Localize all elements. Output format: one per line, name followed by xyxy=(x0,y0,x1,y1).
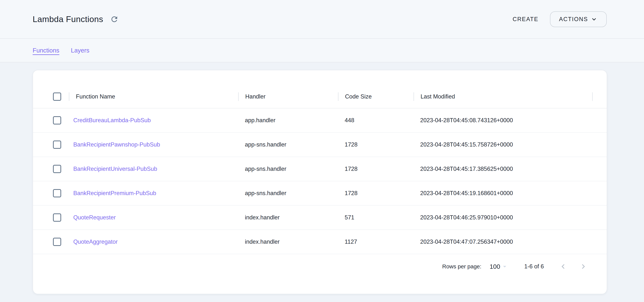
tab-functions[interactable]: Functions xyxy=(33,47,59,54)
lambda-functions-page: Lambda Functions CREATE ACTIONS xyxy=(0,0,644,294)
function-name-cell: BankRecipientPawnshop-PubSub xyxy=(69,133,238,157)
row-select-cell xyxy=(33,157,69,181)
row-select-cell xyxy=(33,206,69,229)
table-row: CreditBureauLambda-PubSub app.handler 44… xyxy=(33,108,607,133)
column-header-label: Code Size xyxy=(345,93,372,100)
row-checkbox[interactable] xyxy=(53,116,61,124)
function-name-link[interactable]: BankRecipientPremium-PubSub xyxy=(73,190,156,197)
row-spacer-cell xyxy=(592,133,607,157)
code-size-cell: 1728 xyxy=(338,133,414,157)
function-name-cell: BankRecipientUniversal-PubSub xyxy=(69,157,238,181)
select-all-cell xyxy=(33,85,69,108)
rows-per-page-select[interactable]: 100 xyxy=(490,263,508,270)
column-header-spacer xyxy=(592,85,607,108)
code-size-cell: 571 xyxy=(338,206,414,229)
function-name-link[interactable]: CreditBureauLambda-PubSub xyxy=(73,117,151,124)
actions-button-label: ACTIONS xyxy=(559,16,588,23)
rows-per-page-value: 100 xyxy=(490,263,500,270)
column-header-handler[interactable]: Handler xyxy=(238,85,338,108)
column-header-function-name[interactable]: Function Name xyxy=(69,85,238,108)
table-body: CreditBureauLambda-PubSub app.handler 44… xyxy=(33,108,607,254)
function-name-link[interactable]: BankRecipientPawnshop-PubSub xyxy=(73,141,160,148)
row-spacer-cell xyxy=(592,206,607,229)
column-header-label: Last Modified xyxy=(420,93,455,100)
functions-table-card: Function Name Handler Code Size Last Mod… xyxy=(33,70,607,294)
row-checkbox[interactable] xyxy=(53,140,61,149)
chevron-right-icon xyxy=(579,262,588,271)
table-row: QuoteRequester index.handler 571 2023-04… xyxy=(33,206,607,230)
column-header-code-size[interactable]: Code Size xyxy=(338,85,414,108)
handler-cell: app-sns.handler xyxy=(238,181,338,205)
refresh-button[interactable] xyxy=(110,15,119,24)
row-checkbox[interactable] xyxy=(53,213,61,222)
handler-cell: app-sns.handler xyxy=(238,157,338,181)
content-area: Function Name Handler Code Size Last Mod… xyxy=(0,62,644,294)
table-footer: Rows per page: 100 1-6 of 6 xyxy=(33,254,607,294)
function-name-cell: BankRecipientPremium-PubSub xyxy=(69,181,238,205)
handler-cell: index.handler xyxy=(238,206,338,229)
last-modified-cell: 2023-04-28T04:46:25.979010+0000 xyxy=(414,206,592,229)
title-wrap: Lambda Functions xyxy=(33,14,119,24)
row-spacer-cell xyxy=(592,181,607,205)
handler-cell: app-sns.handler xyxy=(238,133,338,157)
code-size-cell: 1127 xyxy=(338,230,414,254)
code-size-cell: 1728 xyxy=(338,181,414,205)
row-select-cell xyxy=(33,230,69,254)
tab-layers[interactable]: Layers xyxy=(71,47,89,54)
table-row: BankRecipientPawnshop-PubSub app-sns.han… xyxy=(33,133,607,157)
table-row: BankRecipientUniversal-PubSub app-sns.ha… xyxy=(33,157,607,181)
function-name-cell: CreditBureauLambda-PubSub xyxy=(69,108,238,132)
pagination-range: 1-6 of 6 xyxy=(524,263,544,270)
table-row: BankRecipientPremium-PubSub app-sns.hand… xyxy=(33,181,607,206)
code-size-cell: 448 xyxy=(338,108,414,132)
arrow-dropdown-icon xyxy=(501,263,508,270)
function-name-link[interactable]: BankRecipientUniversal-PubSub xyxy=(73,166,157,172)
function-name-cell: QuoteRequester xyxy=(69,206,238,229)
rows-per-page-label: Rows per page: xyxy=(442,263,481,270)
row-checkbox[interactable] xyxy=(53,238,61,246)
header-actions: CREATE ACTIONS xyxy=(513,12,607,27)
table-row: QuoteAggregator index.handler 1127 2023-… xyxy=(33,230,607,254)
row-spacer-cell xyxy=(592,108,607,132)
tabs-bar: Functions Layers xyxy=(0,39,644,62)
last-modified-cell: 2023-04-28T04:45:17.385625+0000 xyxy=(414,157,592,181)
handler-cell: app.handler xyxy=(238,108,338,132)
column-header-last-modified[interactable]: Last Modified xyxy=(414,85,592,108)
next-page-button[interactable] xyxy=(578,262,588,271)
previous-page-button[interactable] xyxy=(558,262,568,271)
actions-button[interactable]: ACTIONS xyxy=(550,12,607,27)
last-modified-cell: 2023-04-28T04:45:15.758726+0000 xyxy=(414,133,592,157)
create-button[interactable]: CREATE xyxy=(513,16,538,23)
row-select-cell xyxy=(33,133,69,157)
handler-cell: index.handler xyxy=(238,230,338,254)
last-modified-cell: 2023-04-28T04:45:19.168601+0000 xyxy=(414,181,592,205)
row-spacer-cell xyxy=(592,230,607,254)
refresh-icon xyxy=(110,15,118,24)
table-header-row: Function Name Handler Code Size Last Mod… xyxy=(33,85,607,108)
row-checkbox[interactable] xyxy=(53,165,61,173)
row-spacer-cell xyxy=(592,157,607,181)
row-select-cell xyxy=(33,181,69,205)
page-title: Lambda Functions xyxy=(33,14,103,24)
row-checkbox[interactable] xyxy=(53,189,61,197)
page-header: Lambda Functions CREATE ACTIONS xyxy=(0,0,644,39)
column-header-label: Handler xyxy=(245,93,266,100)
last-modified-cell: 2023-04-28T04:47:07.256347+0000 xyxy=(414,230,592,254)
function-name-cell: QuoteAggregator xyxy=(69,230,238,254)
function-name-link[interactable]: QuoteRequester xyxy=(73,214,116,221)
chevron-down-icon xyxy=(590,16,598,23)
select-all-checkbox[interactable] xyxy=(53,92,61,101)
code-size-cell: 1728 xyxy=(338,157,414,181)
function-name-link[interactable]: QuoteAggregator xyxy=(73,238,118,245)
chevron-left-icon xyxy=(559,262,568,271)
column-header-label: Function Name xyxy=(76,93,115,100)
row-select-cell xyxy=(33,108,69,132)
last-modified-cell: 2023-04-28T04:45:08.743126+0000 xyxy=(414,108,592,132)
